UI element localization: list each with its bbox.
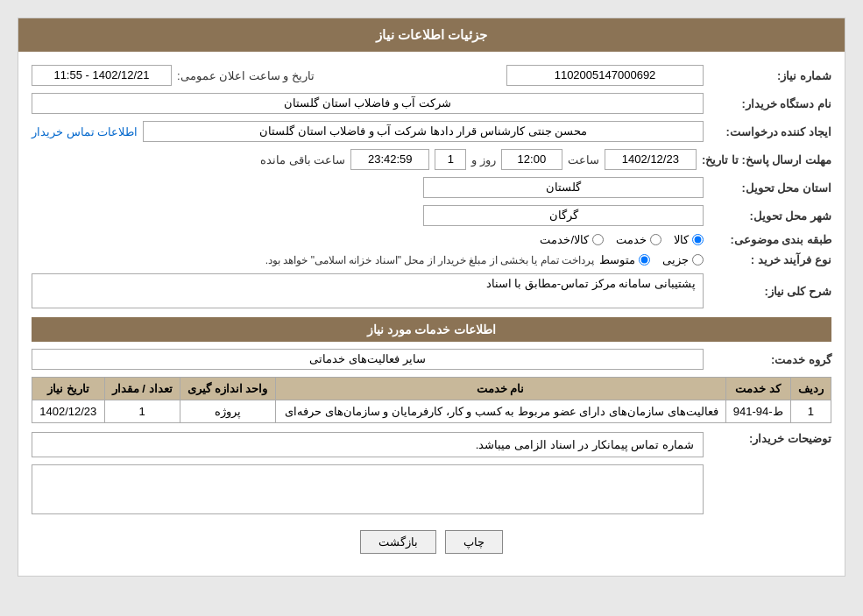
buyer-org-row: نام دستگاه خریدار: شرکت آب و فاضلاب استا… <box>32 93 831 114</box>
cell-date: 1402/12/23 <box>32 400 105 423</box>
category-kala-khedmat-label: کالا/خدمت <box>540 233 589 246</box>
process-radio-group: جزیی متوسط <box>599 253 704 266</box>
button-row: چاپ بازگشت <box>32 530 831 563</box>
service-group-value: سایر فعالیت‌های خدماتی <box>32 349 704 370</box>
process-mutavasset: متوسط <box>599 253 650 266</box>
province-label: استان محل تحویل: <box>709 181 831 195</box>
process-note: پرداخت تمام یا بخشی از مبلغ خریدار از مح… <box>265 254 594 266</box>
description-row: شرح کلی نیاز: پشتیبانی سامانه مرکز تماس-… <box>32 273 831 308</box>
time-label: ساعت <box>568 153 599 166</box>
buyer-notes-label: توضیحات خریدار: <box>709 432 831 445</box>
description-value: پشتیبانی سامانه مرکز تماس-مطابق با اسناد <box>32 273 704 308</box>
col-row-num: ردیف <box>790 378 831 400</box>
page-title: جزئیات اطلاعات نیاز <box>18 18 845 52</box>
category-kala: کالا <box>674 233 704 246</box>
process-mutavasset-label: متوسط <box>599 253 635 266</box>
creator-row: ایجاد کننده درخواست: محسن جنتی کارشناس ق… <box>32 121 831 142</box>
city-row: شهر محل تحویل: گرگان <box>32 205 831 226</box>
remaining-label: ساعت باقی مانده <box>260 153 345 166</box>
category-kala-radio[interactable] <box>692 234 704 245</box>
date-value: 1402/12/21 - 11:55 <box>32 65 172 86</box>
process-label: نوع فرآیند خرید : <box>709 253 831 266</box>
creator-label: ایجاد کننده درخواست: <box>709 125 831 138</box>
cell-code: ط-94-941 <box>725 400 790 423</box>
category-khedmat: خدمت <box>616 233 661 246</box>
cell-name: فعالیت‌های سازمان‌های دارای عضو مربوط به… <box>275 400 725 423</box>
id-value: 1102005147000692 <box>506 65 704 86</box>
city-value: گرگان <box>423 205 704 226</box>
services-table: ردیف کد خدمت نام خدمت واحد اندازه گیری ت… <box>32 377 831 423</box>
col-name: نام خدمت <box>275 378 725 400</box>
category-khedmat-label: خدمت <box>616 233 647 246</box>
services-section-title: اطلاعات خدمات مورد نیاز <box>32 317 831 342</box>
process-row: نوع فرآیند خرید : جزیی متوسط پرداخت تمام… <box>32 253 831 266</box>
deadline-time: 12:00 <box>501 149 562 170</box>
cell-row-num: 1 <box>790 400 831 423</box>
date-label: تاریخ و ساعت اعلان عمومی: <box>177 69 315 82</box>
nid-date-row: شماره نیاز: 1102005147000692 تاریخ و ساع… <box>32 65 831 86</box>
col-unit: واحد اندازه گیری <box>180 378 275 400</box>
cell-unit: پروژه <box>180 400 275 423</box>
category-kala-khedmat-radio[interactable] <box>592 234 604 245</box>
service-group-label: گروه خدمت: <box>709 353 831 366</box>
buyer-org-value: شرکت آب و فاضلاب استان گلستان <box>32 93 704 114</box>
main-container: جزئیات اطلاعات نیاز شماره نیاز: 11020051… <box>18 18 845 577</box>
deadline-day: 1 <box>435 149 466 170</box>
category-label: طبقه بندی موضوعی: <box>709 233 831 246</box>
description-label: شرح کلی نیاز: <box>709 285 831 298</box>
service-group-row: گروه خدمت: سایر فعالیت‌های خدماتی <box>32 349 831 370</box>
deadline-date: 1402/12/23 <box>605 149 697 170</box>
col-qty: تعداد / مقدار <box>104 378 180 400</box>
table-row: 1 ط-94-941 فعالیت‌های سازمان‌های دارای ع… <box>32 400 831 423</box>
process-jozi-label: جزیی <box>662 253 689 266</box>
buyer-org-label: نام دستگاه خریدار: <box>709 97 831 110</box>
process-mutavasset-radio[interactable] <box>639 254 650 266</box>
category-row: طبقه بندی موضوعی: کالا خدمت کالا/خدمت <box>32 233 831 246</box>
province-value: گلستان <box>423 177 704 198</box>
category-kala-label: کالا <box>674 233 689 246</box>
category-radio-group: کالا خدمت کالا/خدمت <box>540 233 704 246</box>
col-code: کد خدمت <box>725 378 790 400</box>
city-label: شهر محل تحویل: <box>709 209 831 223</box>
deadline-label: مهلت ارسال پاسخ: تا تاریخ: <box>702 153 831 166</box>
deadline-row: مهلت ارسال پاسخ: تا تاریخ: 1402/12/23 سا… <box>32 149 831 170</box>
buyer-notes-container: شماره تماس پیمانکار در اسناد الزامی میبا… <box>32 432 704 517</box>
category-khedmat-radio[interactable] <box>650 234 661 245</box>
back-button[interactable]: بازگشت <box>360 530 436 554</box>
buyer-notes-value: شماره تماس پیمانکار در اسناد الزامی میبا… <box>32 432 704 457</box>
buyer-notes-row: توضیحات خریدار: شماره تماس پیمانکار در ا… <box>32 432 831 517</box>
cell-qty: 1 <box>104 400 180 423</box>
content-area: شماره نیاز: 1102005147000692 تاریخ و ساع… <box>18 52 845 576</box>
deadline-remaining: 23:42:59 <box>350 149 429 170</box>
day-label: روز و <box>471 153 496 166</box>
process-jozi: جزیی <box>662 253 704 266</box>
contact-link[interactable]: اطلاعات تماس خریدار <box>32 125 138 138</box>
category-kala-khedmat: کالا/خدمت <box>540 233 604 246</box>
buyer-notes-textarea[interactable] <box>32 464 704 514</box>
print-button[interactable]: چاپ <box>445 530 503 554</box>
province-row: استان محل تحویل: گلستان <box>32 177 831 198</box>
process-jozi-radio[interactable] <box>692 254 704 266</box>
col-date: تاریخ نیاز <box>32 378 105 400</box>
id-label: شماره نیاز: <box>709 69 831 82</box>
creator-value: محسن جنتی کارشناس قرار دادها شرکت آب و ف… <box>143 121 704 142</box>
